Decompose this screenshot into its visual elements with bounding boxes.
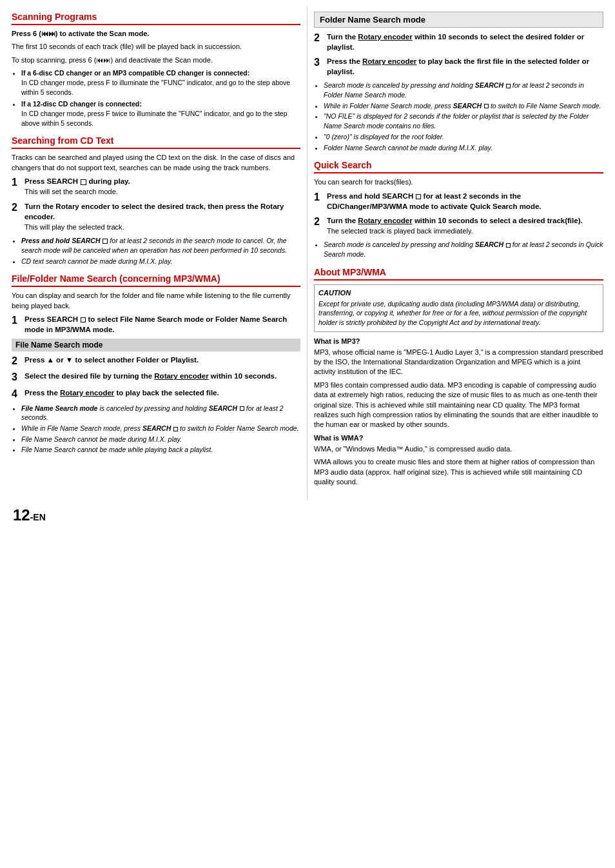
- cd-text-section: Searching from CD Text Tracks can be sea…: [12, 135, 300, 266]
- folder-bullet-2: While in Folder Name Search mode, press …: [324, 101, 603, 111]
- fn-bullet-4: File Name Search cannot be made while pl…: [21, 445, 300, 455]
- wma-para2: WMA allows you to create music files and…: [314, 457, 603, 487]
- scan-bullet-1: If a 6-disc CD changer or an MP3 compati…: [21, 68, 300, 97]
- cd-text-desc: Tracks can be searched and played using …: [12, 153, 300, 173]
- qs-bullets: Search mode is canceled by pressing and …: [324, 240, 603, 259]
- right-column: Folder Name Search mode 2 Turn the Rotar…: [308, 6, 609, 500]
- scan-desc1: The first 10 seconds of each track (file…: [12, 42, 300, 52]
- folder-bullets: Search mode is canceled by pressing and …: [324, 81, 603, 152]
- mp3-para1: MP3, whose official name is "MPEG-1 Audi…: [314, 348, 603, 377]
- fn-step-4: 4 Press the Rotary encoder to play back …: [12, 388, 300, 400]
- scanning-section: Scanning Programs Press 6 (⏮⏭) to activa…: [12, 12, 300, 128]
- about-mp3-section: About MP3/WMA CAUTION Except for private…: [314, 267, 603, 488]
- cd-text-bullets: Press and hold SEARCH for at least 2 sec…: [21, 236, 300, 266]
- qs-step-2: 2 Turn the Rotary encoder within 10 seco…: [314, 215, 603, 236]
- what-mp3-title: What is MP3?: [314, 337, 603, 345]
- file-folder-section: File/Folder Name Search (concerning MP3/…: [12, 273, 300, 455]
- file-folder-desc: You can display and search for the folde…: [12, 291, 300, 311]
- quick-search-section: Quick Search You can search for tracks(f…: [314, 160, 603, 259]
- mp3-para2: MP3 files contain compressed audio data.…: [314, 380, 603, 430]
- ff-step-1: 1 Press SEARCH to select File Name Searc…: [12, 314, 300, 335]
- cd-bullet-1: Press and hold SEARCH for at least 2 sec…: [21, 236, 300, 255]
- quick-search-desc: You can search for tracks(files).: [314, 177, 603, 187]
- scanning-title: Scanning Programs: [12, 12, 300, 25]
- fn-bullet-1: File Name Search mode is canceled by pre…: [21, 404, 300, 422]
- left-column: Scanning Programs Press 6 (⏮⏭) to activa…: [6, 6, 308, 500]
- qs-step-1: 1 Press and hold SEARCH for at least 2 s…: [314, 191, 603, 212]
- fn-bullets: File Name Search mode is canceled by pre…: [21, 404, 300, 455]
- caution-label: CAUTION: [318, 289, 599, 297]
- quick-search-title: Quick Search: [314, 160, 603, 173]
- fn-step-2: 2 Press ▲ or ▼ to select another Folder …: [12, 355, 300, 367]
- folder-bullet-4: "0 (zero)" is displayed for the root fol…: [324, 132, 603, 142]
- folder-name-title: Folder Name Search mode: [314, 12, 603, 28]
- cd-text-title: Searching from CD Text: [12, 135, 300, 149]
- file-folder-title: File/Folder Name Search (concerning MP3/…: [12, 273, 300, 287]
- caution-text: Except for private use, duplicating audi…: [318, 299, 599, 328]
- folder-step-3: 3 Press the Rotary encoder to play back …: [314, 56, 603, 77]
- search-icon-1: [78, 177, 86, 185]
- page-number: 12-EN: [13, 506, 46, 524]
- wma-para1: WMA, or "Windows Media™ Audio," is compr…: [314, 444, 603, 454]
- file-name-mode-title: File Name Search mode: [12, 339, 300, 351]
- fn-step-3: 3 Select the desired file by turning the…: [12, 371, 300, 383]
- folder-bullet-3: "NO FILE" is displayed for 2 seconds if …: [324, 112, 603, 130]
- page-container: Scanning Programs Press 6 (⏮⏭) to activa…: [6, 6, 609, 500]
- scan-bullets: If a 6-disc CD changer or an MP3 compati…: [21, 68, 300, 128]
- about-mp3-title: About MP3/WMA: [314, 267, 603, 281]
- folder-name-section: Folder Name Search mode 2 Turn the Rotar…: [314, 12, 603, 152]
- qs-bullet-1: Search mode is canceled by pressing and …: [324, 240, 603, 259]
- press6-text: Press 6 (⏮⏭) to activate the Scan mode.: [12, 29, 300, 39]
- folder-step-2: 2 Turn the Rotary encoder within 10 seco…: [314, 32, 603, 52]
- cd-step-2: 2 Turn the Rotary encoder to select the …: [12, 201, 300, 233]
- cd-bullet-2: CD text search cannot be made during M.I…: [21, 257, 300, 266]
- folder-bullet-5: Folder Name Search cannot be made during…: [324, 143, 603, 153]
- fn-bullet-3: File Name Search cannot be made during M…: [21, 435, 300, 444]
- caution-box: CAUTION Except for private use, duplicat…: [314, 284, 603, 332]
- page-footer: 12-EN: [6, 506, 609, 524]
- scan-bullet-2: If a 12-disc CD changer is connected: In…: [21, 99, 300, 128]
- scan-stop: To stop scanning, press 6 (⏮⏭) and deact…: [12, 55, 300, 65]
- fn-bullet-2: While in File Name Search mode, press SE…: [21, 424, 300, 433]
- folder-bullet-1: Search mode is canceled by pressing and …: [324, 81, 603, 99]
- what-wma-title: What is WMA?: [314, 434, 603, 442]
- cd-step-1: 1 Press SEARCH during play. This will se…: [12, 176, 300, 197]
